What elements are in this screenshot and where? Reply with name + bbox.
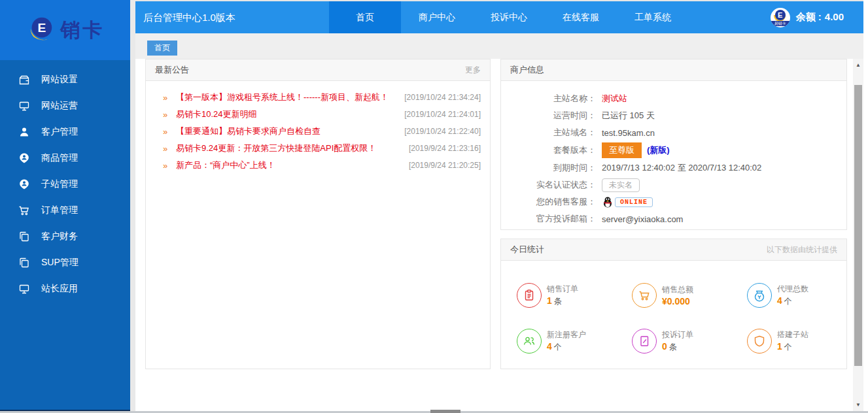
main-content: 最新公告 更多 » 【第一版本】游戏租号系统上线！------新项目、新起航！ … <box>135 59 853 411</box>
stat-label: 代理总数 <box>777 284 808 295</box>
balance-box: E 易销卡 余额 : 4.00 <box>771 1 844 33</box>
sidebar-item-webmaster-apps[interactable]: 站长应用 <box>0 276 130 302</box>
more-link[interactable]: 更多 <box>465 59 481 80</box>
field-label: 主站名称： <box>501 93 596 105</box>
stat-label: 搭建子站 <box>777 329 808 340</box>
sidebar-item-site-operation[interactable]: 网站运营 <box>0 93 130 119</box>
announcement-link[interactable]: 【第一版本】游戏租号系统上线！------新项目、新起航！ <box>176 91 398 103</box>
double-chevron-icon: » <box>163 144 176 154</box>
announcement-date: [2019/10/24 21:34:24] <box>404 93 481 102</box>
announcement-row: » 易销卡9.24更新：开放第三方快捷登陆API配置权限！ [2019/9/24… <box>146 140 490 157</box>
merchant-row-complaint-email: 官方投诉邮箱： server@yixiaoka.com <box>501 210 846 227</box>
users-icon <box>517 329 542 354</box>
announcement-date: [2019/9/24 21:20:25] <box>409 161 481 170</box>
sidebar-item-label: 客户管理 <box>41 126 78 138</box>
svg-text:E: E <box>37 21 46 35</box>
sidebar-item-sup-management[interactable]: SUP管理 <box>0 250 130 276</box>
user-icon <box>18 126 30 138</box>
copy-icon <box>18 231 30 242</box>
field-label: 套餐版本： <box>501 144 596 156</box>
merchant-row-realname-status: 实名认证状态： 未实名 <box>501 176 846 193</box>
clipboard-icon <box>517 283 542 308</box>
sidebar-item-customer-management[interactable]: 客户管理 <box>0 119 130 145</box>
announcement-link[interactable]: 易销卡9.24更新：开放第三方快捷登陆API配置权限！ <box>176 142 402 154</box>
announcements-panel: 最新公告 更多 » 【第一版本】游戏租号系统上线！------新项目、新起航！ … <box>145 59 491 369</box>
stat-value: ¥0.000 <box>662 296 690 306</box>
sidebar-item-label: 订单管理 <box>41 205 78 216</box>
scroll-down-arrow-icon[interactable]: ▼ <box>853 400 863 410</box>
stat-value: 1 <box>547 295 552 306</box>
stat-unit: 条 <box>669 342 677 352</box>
qq-online-badge[interactable]: ONLINE <box>602 196 653 208</box>
user-pin-icon <box>18 178 30 190</box>
merchant-info-title: 商户信息 <box>510 59 544 80</box>
avatar[interactable]: E 易销卡 <box>771 8 790 27</box>
stat-card-complaint-orders: 投诉订单 0条 <box>632 329 747 354</box>
stat-unit: 个 <box>784 297 792 306</box>
today-stats-subtitle: 以下数据由统计提供 <box>767 239 837 260</box>
sidebar-item-customer-finance[interactable]: 客户财务 <box>0 223 130 250</box>
merchant-row-plan-version: 套餐版本： 至尊版 (新版) <box>501 141 846 159</box>
new-version-link[interactable]: (新版) <box>647 144 670 156</box>
sidebar-item-substation-management[interactable]: 子站管理 <box>0 171 130 197</box>
stat-label: 新注册客户 <box>547 329 586 340</box>
field-label: 运营时间： <box>501 110 596 122</box>
stat-label: 投诉订单 <box>662 329 693 340</box>
double-chevron-icon: » <box>163 93 176 103</box>
sidebar-menu: 网站设置 网站运营 客户管理 商品管理 <box>0 60 130 302</box>
topnav-item-merchant-center[interactable]: 商户中心 <box>401 1 473 33</box>
announcements-list: » 【第一版本】游戏租号系统上线！------新项目、新起航！ [2019/10… <box>146 81 490 174</box>
document-edit-icon <box>632 329 657 354</box>
topnav-item-online-service[interactable]: 在线客服 <box>545 1 617 33</box>
announcement-link[interactable]: 新产品：“商户中心”上线！ <box>176 159 402 171</box>
brand-name: 销卡 <box>61 17 105 44</box>
announcement-date: [2019/10/24 21:22:40] <box>404 127 481 136</box>
topbar: 后台管理中心1.0版本 首页 商户中心 投诉中心 在线客服 工单系统 E 易销卡… <box>135 1 863 33</box>
announcement-link[interactable]: 易销卡10.24更新明细 <box>176 108 398 120</box>
field-label: 到期时间： <box>501 162 596 174</box>
stat-value: 1 <box>777 341 782 352</box>
shield-icon <box>747 329 772 354</box>
app-window: E 销卡 网站设置 网站运营 客户管理 <box>0 0 868 413</box>
page-title: 后台管理中心1.0版本 <box>143 1 235 33</box>
today-stats-title: 今日统计 <box>510 239 544 260</box>
sidebar: E 销卡 网站设置 网站运营 客户管理 <box>0 0 130 410</box>
brand-logo[interactable]: E 销卡 <box>0 0 130 60</box>
announcement-link[interactable]: 【重要通知】易销卡要求商户自检自查 <box>176 125 398 137</box>
stat-value: 0 <box>662 341 667 352</box>
moneybag-icon <box>747 283 772 308</box>
stat-card-built-substations: 搭建子站 1个 <box>747 329 862 354</box>
sidebar-item-label: 客户财务 <box>41 231 78 242</box>
sidebar-item-label: 商品管理 <box>41 152 78 164</box>
monitor-icon <box>18 283 30 295</box>
wallet-icon <box>18 74 30 86</box>
merchant-row-sales-service: 您的销售客服： ONLIN <box>501 193 846 210</box>
merchant-info-header: 商户信息 <box>501 59 846 81</box>
stat-card-new-customers: 新注册客户 4个 <box>517 329 632 354</box>
user-pin-icon <box>18 152 30 164</box>
stat-unit: 条 <box>554 297 562 306</box>
stat-unit: 个 <box>554 342 562 352</box>
vertical-scrollbar: ▲ ▼ <box>853 59 863 413</box>
double-chevron-icon: » <box>163 161 176 171</box>
sidebar-item-order-management[interactable]: 订单管理 <box>0 197 130 223</box>
monitor-icon <box>18 100 30 112</box>
sidebar-item-site-settings[interactable]: 网站设置 <box>0 67 130 93</box>
merchant-row-operating-time: 运营时间： 已运行 105 天 <box>501 107 846 124</box>
topnav-item-ticket-system[interactable]: 工单系统 <box>617 1 689 33</box>
vertical-scrollbar-thumb[interactable] <box>854 85 862 366</box>
horizontal-scrollbar-thumb[interactable] <box>430 410 460 413</box>
merchant-info-panel: 商户信息 主站名称： 测试站 运营时间： 已运行 105 天 主站域名： tes… <box>500 59 847 230</box>
scroll-up-arrow-icon[interactable]: ▲ <box>853 60 863 71</box>
sidebar-item-product-management[interactable]: 商品管理 <box>0 145 130 171</box>
avatar-caption: 易销卡 <box>771 21 790 26</box>
breadcrumb-bar: 首页 <box>135 33 863 59</box>
breadcrumb-tab-home[interactable]: 首页 <box>147 41 177 56</box>
merchant-info-body: 主站名称： 测试站 运营时间： 已运行 105 天 主站域名： test.95k… <box>501 81 846 227</box>
stat-label: 销售订单 <box>547 284 578 295</box>
topnav-item-complaint-center[interactable]: 投诉中心 <box>473 1 545 33</box>
topnav-item-home[interactable]: 首页 <box>329 1 401 33</box>
stats-grid: 销售订单 1条 销售总额 ¥0.000 <box>501 261 846 354</box>
operating-time-value: 已运行 105 天 <box>602 110 655 122</box>
today-stats-header: 今日统计 以下数据由统计提供 <box>501 239 846 261</box>
